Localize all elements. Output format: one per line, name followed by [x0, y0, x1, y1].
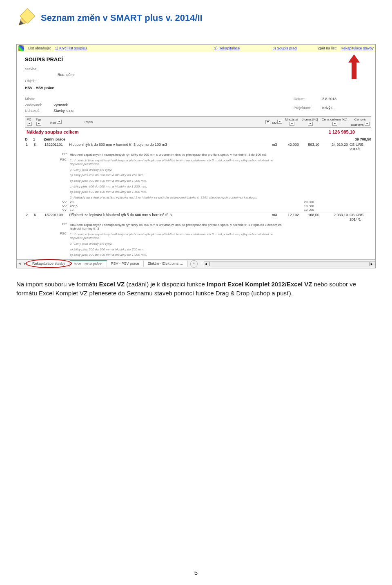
row-note: b) šířky přes 300 do 400 mm a hloubky do…	[25, 252, 371, 258]
sheet-tabs: ◄ ► Rekapitulace stavby HSV - HSV práce …	[17, 259, 375, 268]
nav-list-label: List obsahuje:	[28, 46, 51, 51]
row-note: 1. V cenách jsou započteny i náklady na …	[70, 158, 285, 167]
row-note: 1. V cenách jsou započteny i náklady na …	[70, 232, 285, 241]
uchazec-value: Stavby, s.r.o.	[53, 109, 135, 113]
datum-label: Datum:	[294, 97, 322, 104]
red-arrow-annotation	[348, 54, 360, 79]
row-note: a) šířky přes 200 do 300 mm a hloubky do…	[25, 247, 371, 252]
row-desc: Hloubení zapažených i nezapažených rýh š…	[70, 222, 285, 232]
nav-back-link[interactable]: Rekapitulace stavby	[341, 46, 374, 51]
row-note: 2. Ceny jsou určeny pro rýhy:	[25, 167, 371, 173]
totals-row: Náklady soupisu celkem 1 126 985,10	[25, 128, 371, 136]
group-row: D 1 Zemní práce 39 708,50	[25, 137, 371, 142]
filter-icon[interactable]	[265, 120, 270, 124]
row-note: a) šířky přes 200 do 300 mm a hloubky do…	[25, 172, 371, 178]
tab-psv[interactable]: PSV - PSV práce	[107, 261, 144, 267]
sheet-nav-bar: List obsahuje: 1) Krycí list soupisu 2) …	[17, 45, 375, 52]
tab-elektro[interactable]: Elektro - Elektroins …	[144, 261, 188, 267]
row-note: c) šířky přes 400 do 500 mm a hloubky do…	[25, 184, 371, 190]
row-desc: Hloubení zapažených i nezapažených rýh š…	[70, 152, 285, 158]
tab-scroll-left-icon[interactable]: ◄	[17, 261, 22, 266]
row-note: b) šířky přes 300 do 400 mm a hloubky do…	[25, 178, 371, 184]
sheet-title: SOUPIS PRACÍ	[25, 56, 371, 63]
nav-link-1[interactable]: 1) Krycí list soupisu	[55, 46, 87, 51]
nav-link-2[interactable]: 2) Rekapitulace	[214, 46, 240, 51]
filter-icon[interactable]	[290, 122, 294, 126]
objekt-label: Objekt:	[25, 79, 58, 83]
filter-icon[interactable]	[332, 122, 337, 126]
vv-row: VV2020,000	[25, 200, 371, 204]
stavba-value: Rod. dům	[58, 73, 180, 77]
add-sheet-icon[interactable]: +	[190, 260, 198, 268]
pencil-icon	[16, 8, 36, 28]
excel-screenshot: List obsahuje: 1) Krycí list soupisu 2) …	[16, 44, 376, 268]
hscroll-left-icon[interactable]: ◄	[204, 261, 209, 266]
datum-value: 2.8.2013	[322, 97, 371, 104]
svg-marker-3	[348, 54, 360, 79]
hscroll-track[interactable]	[209, 261, 370, 266]
page-number: 5	[0, 569, 392, 576]
tab-hsv[interactable]: HSV - HSV práce	[70, 260, 107, 267]
projektant-label: Projektant:	[294, 106, 322, 113]
row-note: 3. Náklady na svislé přemístění výkopku …	[25, 195, 371, 201]
table-row: 2K132201109 Příplatek za lepivost k hlou…	[25, 212, 371, 222]
table-row: 1K132201101 Hloubení rýh š do 600 mm v h…	[25, 142, 371, 152]
misto-label: Místo:	[25, 97, 53, 101]
vv-row: VV1212,000	[25, 208, 371, 212]
projektant-value: Krivý L.	[322, 106, 371, 113]
nav-link-3[interactable]: 3) Soupis prací	[272, 46, 297, 51]
page-title: Seznam změn v SMART plus v. 2014/II	[41, 13, 203, 23]
zadavatel-label: Zadavatel:	[25, 103, 53, 107]
table-header: PČ Typ Kód Popis MJ Množství J.cena [Kč]…	[25, 116, 371, 128]
objekt-value: HSV - HSV práce	[25, 86, 371, 90]
stavba-label: Stavba:	[25, 67, 58, 71]
row-note: 2. Ceny jsou určeny pro rýhy:	[25, 241, 371, 247]
filter-icon[interactable]	[277, 120, 282, 124]
tab-rekapitulace[interactable]: Rekapitulace stavby	[28, 261, 70, 267]
filter-icon[interactable]	[36, 122, 41, 126]
filter-icon[interactable]	[27, 122, 32, 126]
filter-icon[interactable]	[57, 120, 62, 124]
vv-row: VV4*2,510,000	[25, 204, 371, 208]
body-paragraph: Na import souboru ve formátu Excel VZ (z…	[16, 280, 376, 298]
uchazec-label: Uchazeč:	[25, 109, 53, 113]
filter-icon[interactable]	[308, 122, 313, 126]
zadavatel-value: Výrustek	[53, 103, 135, 107]
hscroll-right-icon[interactable]: ►	[370, 261, 375, 266]
row-note: d) šířky přes 500 do 600 mm a hloubky do…	[25, 189, 371, 195]
filter-icon[interactable]	[365, 122, 370, 126]
app-icon	[18, 45, 24, 51]
nav-back-label: Zpět na list:	[318, 46, 337, 51]
